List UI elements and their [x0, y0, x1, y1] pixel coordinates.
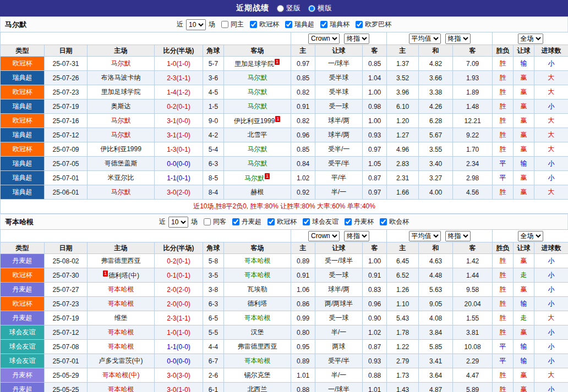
handicap-cell: 半/一	[315, 325, 363, 340]
home-team-name[interactable]: 哥德堡盖斯	[105, 159, 138, 167]
away-team-name[interactable]: 哥本哈根	[244, 257, 271, 264]
corners-cell: 9-0	[203, 114, 224, 128]
league-filter-checkbox[interactable]	[320, 21, 327, 28]
league-filter-checkbox[interactable]	[232, 218, 239, 225]
away-team-name[interactable]: 马尔默	[248, 145, 267, 153]
match-row: 欧冠杯25-07-23里加足球学院1-4(1-2)4-5马尔默0.82受半球1.…	[1, 85, 568, 100]
away-team-name[interactable]: 伊比利亚1999	[234, 117, 275, 125]
away-team-cell: 里加足球学院1	[224, 57, 291, 71]
asian-away-odds: 0.93	[363, 354, 387, 368]
euro-odds-source-select[interactable]: 平均值	[409, 34, 441, 44]
handicap-result-cell: 输	[514, 57, 534, 71]
goals-result-cell: 小	[534, 171, 568, 185]
match-result-cell: 平	[493, 340, 514, 354]
euro-odds-stage-select[interactable]: 终指	[445, 34, 471, 44]
bookmaker-select[interactable]: Crown	[308, 34, 340, 44]
home-team-name[interactable]: 哥本哈根	[108, 343, 134, 350]
league-filter-checkbox[interactable]	[285, 21, 292, 28]
league-filter-checkbox[interactable]	[250, 21, 257, 28]
home-team-name[interactable]: 维堡	[114, 314, 128, 322]
corners-cell: 5-8	[203, 254, 224, 268]
home-team-name[interactable]: 马尔默	[111, 117, 131, 124]
euro-odds-stage-select[interactable]: 终指	[445, 231, 471, 241]
match-result-cell: 胜	[493, 85, 514, 100]
away-team-name[interactable]: 哥本哈根	[244, 271, 271, 279]
corners-cell: 6-7	[203, 354, 224, 368]
asian-home-odds: 0.84	[291, 157, 315, 171]
asian-away-odds: 0.88	[363, 368, 387, 383]
home-team-name[interactable]: 哥本哈根	[108, 285, 134, 293]
away-team-name[interactable]: 北雪平	[248, 131, 267, 139]
home-team-name[interactable]: 马尔默	[111, 131, 131, 139]
column-header: 主	[387, 242, 419, 254]
match-result-cell: 胜	[493, 325, 514, 340]
same-venue-checkbox[interactable]	[204, 218, 211, 225]
home-team-name[interactable]: 伊比利亚1999	[100, 145, 141, 153]
horizontal-layout-radio[interactable]	[308, 5, 315, 12]
corners-cell: 2-6	[203, 368, 224, 383]
home-team-name[interactable]: 哥本哈根(中)	[102, 371, 140, 379]
date-cell: 25-07-30	[45, 268, 88, 283]
home-team-name[interactable]: 马尔默	[111, 59, 131, 67]
away-team-name[interactable]: 德利塔	[248, 300, 267, 307]
away-team-name[interactable]: 马尔默	[248, 102, 267, 110]
away-team-name[interactable]: 马尔默	[244, 174, 264, 182]
asian-home-odds: 0.85	[291, 142, 315, 157]
league-filter-checkbox[interactable]	[303, 218, 310, 225]
asian-odds-stage-select[interactable]: 终指	[344, 34, 369, 44]
away-team-name[interactable]: 汉堡	[251, 328, 264, 336]
away-team-name[interactable]: 哥本哈根	[244, 314, 271, 322]
corners-cell: 6-3	[203, 297, 224, 311]
away-team-name[interactable]: 瓦埃勒	[248, 285, 267, 293]
column-header: 胜负	[493, 45, 514, 57]
away-team-name[interactable]: 赫根	[251, 188, 264, 196]
result-scope-select[interactable]: 全场	[518, 231, 543, 241]
near-count-select[interactable]: 10	[186, 19, 206, 30]
euro-home-odds: 1.78	[387, 325, 419, 340]
home-team-name[interactable]: 弗雷德里西亚	[101, 257, 141, 264]
euro-away-odds: 9.22	[453, 128, 493, 142]
away-team-name[interactable]: 马尔默	[248, 159, 267, 167]
home-team-name[interactable]: 布洛马波卡纳	[101, 74, 141, 81]
result-scope-select[interactable]: 全场	[518, 34, 543, 44]
home-team-name[interactable]: 哥本哈根	[108, 300, 134, 307]
league-filter-checkbox[interactable]	[380, 218, 387, 225]
home-team-name[interactable]: 马尔默	[111, 188, 131, 196]
same-venue-checkbox[interactable]	[221, 21, 228, 28]
euro-home-odds: 5.43	[387, 311, 419, 325]
away-team-name[interactable]: 弗雷德里西亚	[238, 343, 277, 350]
home-team-name[interactable]: 哥本哈根	[108, 328, 134, 336]
home-team-name[interactable]: 卢多戈雷茨(中)	[99, 357, 143, 365]
home-team-name[interactable]: 哥本哈根	[108, 385, 134, 392]
score-cell: 1-3(0-1)	[155, 142, 203, 157]
away-team-name[interactable]: 锡尔克堡	[244, 371, 271, 379]
match-result-cell: 胜	[493, 185, 514, 200]
bookmaker-select[interactable]: Crown	[308, 231, 340, 241]
home-team-name[interactable]: 米亚尔比	[108, 174, 134, 181]
euro-away-odds: 2.98	[453, 171, 493, 185]
away-team-name[interactable]: 马尔默	[248, 74, 267, 81]
handicap-result-cell: 赢	[514, 383, 534, 392]
away-team-name[interactable]: 哥本哈根	[244, 357, 271, 365]
near-count-select[interactable]: 10	[168, 217, 188, 228]
home-team-name[interactable]: 奥斯达	[111, 102, 131, 110]
vertical-layout-radio[interactable]	[277, 5, 284, 12]
asian-home-odds: 0.91	[291, 100, 315, 114]
handicap-cell: 两球	[315, 340, 363, 354]
euro-odds-source-select[interactable]: 平均值	[409, 231, 441, 241]
match-result-cell: 胜	[493, 311, 514, 325]
column-header: 角球	[203, 45, 224, 57]
away-team-name[interactable]: 北西兰	[248, 385, 267, 392]
filter-row: 马尔默近10场同主欧冠杯瑞典超瑞典杯欧罗巴杯	[0, 16, 568, 32]
asian-odds-stage-select[interactable]: 终指	[344, 231, 369, 241]
away-team-name[interactable]: 马尔默	[248, 88, 267, 96]
home-team-name[interactable]: 德利塔(中)	[108, 272, 139, 279]
home-team-name[interactable]: 里加足球学院	[101, 88, 141, 96]
league-filter-checkbox[interactable]	[345, 218, 352, 225]
league-filter-label: 瑞典杯	[330, 20, 349, 29]
away-team-name[interactable]: 里加足球学院	[234, 60, 274, 68]
league-filter-checkbox[interactable]	[267, 218, 275, 225]
score-cell: 0-0(0-0)	[155, 157, 203, 171]
league-filter-checkbox[interactable]	[356, 21, 363, 28]
match-row: 欧冠杯25-07-16马尔默3-1(0-0)9-0伊比利亚199910.82球半…	[1, 114, 568, 128]
